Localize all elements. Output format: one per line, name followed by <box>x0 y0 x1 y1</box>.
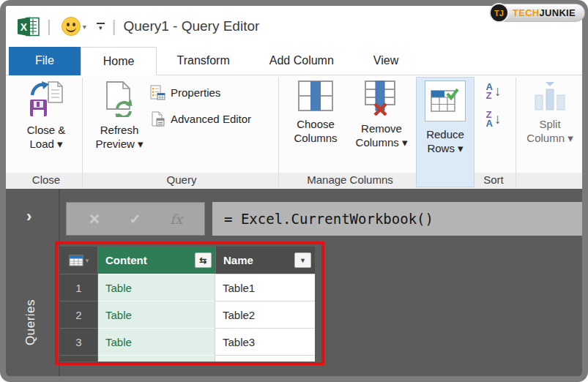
row-number[interactable]: 3 <box>60 328 98 355</box>
group-label-query: Query <box>138 173 226 189</box>
split-column-label-line2: Column ▾ <box>526 131 573 145</box>
close-load-icon <box>29 80 64 117</box>
tab-home[interactable]: Home <box>81 47 157 75</box>
chevron-down-icon: ▾ <box>99 26 103 30</box>
smiley-dropdown-caret[interactable]: ▾ <box>83 23 86 31</box>
close-and-load-button[interactable]: Close & Load ▾ <box>13 80 79 151</box>
ribbon-tab-strip: File Home Transform Add Column View <box>6 47 582 75</box>
preview-pane: › Queries ✕ ✓ fx = Excel.CurrentWorkbook… <box>6 189 582 376</box>
sort-ascending-button[interactable]: A Z ↓ <box>476 83 511 100</box>
remove-columns-button[interactable]: Remove Columns ▾ <box>347 80 416 149</box>
row-number[interactable]: 2 <box>60 301 98 328</box>
select-all-corner-button[interactable]: ▾ <box>60 247 98 274</box>
tab-file[interactable]: File <box>9 47 81 75</box>
close-load-label-line1: Close & <box>27 123 66 137</box>
remove-columns-label-line1: Remove <box>361 121 402 135</box>
data-preview-grid: ▾ Content ⇆ Name ▼ 1 Table <box>60 247 315 362</box>
reduce-rows-label-line1: Reduce <box>426 127 464 141</box>
brand-junkie-text: JUNKIE <box>540 7 576 18</box>
choose-columns-label-line1: Choose <box>297 117 335 131</box>
name-cell[interactable]: Table1 <box>215 274 315 301</box>
titlebar-separator: | <box>47 17 51 36</box>
check-icon[interactable]: ✓ <box>130 211 141 228</box>
content-cell[interactable]: Table <box>98 274 215 301</box>
expand-queries-pane-chevron[interactable]: › <box>26 209 31 224</box>
column-header-name[interactable]: Name ▼ <box>215 247 315 274</box>
content-header-label: Content <box>105 254 147 266</box>
properties-icon <box>150 85 165 100</box>
sort-descending-button[interactable]: Z A ↓ <box>476 111 511 128</box>
feedback-smiley-button[interactable] <box>62 17 81 36</box>
group-label-close: Close <box>13 173 79 189</box>
group-label-manage-columns: Manage Columns <box>291 173 409 189</box>
split-column-icon <box>533 80 567 111</box>
excel-app-icon: X <box>18 17 40 37</box>
red-highlight-annotation: ▾ Content ⇆ Name ▼ 1 Table <box>55 241 324 365</box>
brand-tech-text: TECH <box>513 7 540 18</box>
advanced-editor-label: Advanced Editor <box>171 113 251 125</box>
row-number[interactable]: 1 <box>60 274 98 301</box>
refresh-icon <box>103 80 136 117</box>
titlebar-separator: | <box>112 17 116 36</box>
table-row: 3 Table Table3 <box>60 328 315 355</box>
advanced-editor-button[interactable]: Advanced Editor <box>150 111 251 127</box>
queries-pane-tab[interactable]: Queries <box>23 243 38 345</box>
table-row: 2 Table Table2 <box>60 301 315 328</box>
tab-view[interactable]: View <box>354 47 418 75</box>
formula-bar-buttons: ✕ ✓ fx <box>66 202 205 236</box>
customize-toolbar-button[interactable]: ▾ <box>97 23 105 30</box>
remove-columns-label-line2: Columns ▾ <box>356 135 408 149</box>
properties-button[interactable]: Properties <box>150 85 220 100</box>
name-cell[interactable]: Table3 <box>215 328 315 355</box>
close-load-label-line2: Load ▾ <box>29 137 62 151</box>
group-separator <box>82 78 83 187</box>
refresh-preview-button[interactable]: Refresh Preview ▾ <box>86 80 152 151</box>
reduce-rows-label-line2: Rows ▾ <box>426 141 464 155</box>
query-editor-window: TJ TECHJUNKIE X | ▾ ▾ | Query1 - Query <box>0 0 588 382</box>
cancel-icon[interactable]: ✕ <box>89 211 100 228</box>
group-separator <box>278 78 279 187</box>
content-cell[interactable]: Table <box>98 328 215 355</box>
reduce-rows-button[interactable]: Reduce Rows ▾ <box>416 77 475 187</box>
properties-label: Properties <box>171 86 220 99</box>
svg-text:X: X <box>21 20 28 32</box>
content-cell[interactable]: Table <box>98 301 215 328</box>
sort-az-bottom-letter: Z <box>486 91 493 100</box>
sort-za-bottom-letter: A <box>486 119 493 128</box>
techjunkie-logo-icon: TJ <box>489 3 509 23</box>
filter-dropdown-icon[interactable]: ▼ <box>294 252 311 268</box>
reduce-rows-icon <box>431 89 460 113</box>
refresh-label-line2: Preview ▾ <box>95 137 143 151</box>
window-title: Query1 - Query Editor <box>123 18 259 34</box>
name-header-label: Name <box>223 254 253 266</box>
choose-columns-button[interactable]: Choose Columns <box>284 80 347 145</box>
arrow-down-icon: ↓ <box>494 111 502 127</box>
partial-row <box>60 355 315 362</box>
remove-columns-icon <box>364 80 399 116</box>
tab-transform[interactable]: Transform <box>157 47 249 75</box>
tab-add-column[interactable]: Add Column <box>250 47 354 75</box>
group-separator <box>516 78 516 187</box>
table-icon <box>69 255 83 266</box>
arrow-down-icon: ↓ <box>494 83 502 100</box>
grid-header-row: ▾ Content ⇆ Name ▼ <box>60 247 315 274</box>
expand-column-icon[interactable]: ⇆ <box>195 252 212 268</box>
advanced-editor-icon <box>150 111 165 127</box>
table-row: 1 Table Table1 <box>60 274 315 301</box>
techjunkie-badge: TJ TECHJUNKIE <box>489 3 585 23</box>
name-cell[interactable]: Table2 <box>215 301 315 328</box>
split-column-label-line1: Split <box>539 117 560 131</box>
split-column-button[interactable]: Split Column ▾ <box>518 80 581 145</box>
ribbon: Close & Load ▾ Refresh Preview ▾ <box>6 75 582 189</box>
refresh-label-line1: Refresh <box>100 123 139 137</box>
choose-columns-icon <box>298 80 333 111</box>
chevron-down-icon: ▾ <box>86 257 89 264</box>
column-header-content[interactable]: Content ⇆ <box>98 247 215 274</box>
choose-columns-label-line2: Columns <box>294 131 337 145</box>
formula-input[interactable]: = Excel.CurrentWorkbook() <box>212 202 582 236</box>
fx-icon[interactable]: fx <box>170 211 182 227</box>
group-label-sort: Sort <box>475 173 513 189</box>
